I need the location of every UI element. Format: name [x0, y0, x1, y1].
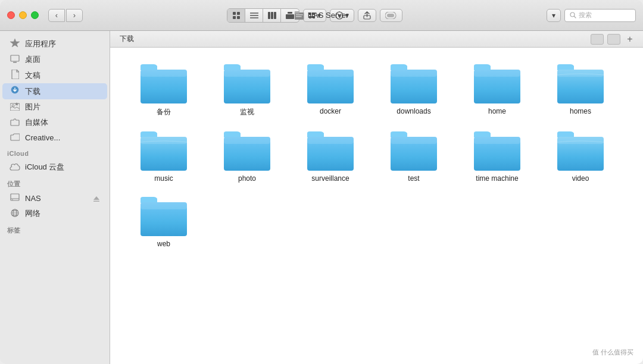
file-item-3[interactable]: docker	[289, 57, 372, 124]
folder-svg	[391, 131, 437, 171]
sidebar-apps-label: 应用程序	[25, 39, 56, 49]
file-name-4: downloads	[397, 107, 430, 115]
view-list-button[interactable]	[245, 9, 263, 22]
svg-rect-7	[268, 12, 270, 19]
sidebar-item-network[interactable]: 网络	[2, 206, 107, 221]
svg-rect-1	[237, 12, 240, 15]
file-name-10: test	[408, 174, 419, 183]
file-item-7[interactable]: music	[122, 124, 205, 190]
desktop-icon	[10, 55, 20, 65]
folder-svg	[224, 131, 270, 171]
file-name-9: surveillance	[311, 174, 349, 183]
folder-svg	[141, 131, 187, 171]
svg-rect-49	[307, 70, 354, 77]
sidebar-desktop-label: 桌面	[25, 54, 40, 65]
sort-asc-button[interactable]	[591, 34, 604, 45]
svg-rect-21	[387, 14, 394, 17]
file-item-10[interactable]: test	[372, 124, 455, 190]
sidebar-item-apps[interactable]: 应用程序	[2, 36, 107, 52]
svg-rect-0	[233, 12, 236, 15]
titlebar: ‹ › ▾ ▾	[0, 0, 643, 31]
locations-section-header: 位置	[0, 175, 110, 191]
svg-rect-63	[391, 137, 437, 144]
file-item-11[interactable]: time machine	[455, 124, 539, 190]
sidebar-item-downloads[interactable]: 下载	[2, 83, 107, 99]
column-header-controls: +	[591, 33, 636, 45]
svg-rect-59	[224, 137, 270, 144]
file-grid: 备份 监视	[110, 48, 643, 364]
back-button[interactable]: ‹	[48, 9, 65, 22]
sort-desc-button[interactable]	[607, 34, 620, 45]
file-name-5: home	[488, 107, 506, 115]
svg-rect-69	[141, 202, 187, 209]
file-item-9[interactable]: surveillance	[289, 124, 372, 190]
docs-icon	[10, 70, 20, 81]
file-name-6: homes	[570, 107, 591, 115]
file-name-12: video	[572, 174, 589, 183]
svg-rect-10	[286, 14, 294, 19]
sidebar-item-icloud-drive[interactable]: iCloud 云盘	[2, 159, 107, 175]
svg-rect-30	[13, 62, 17, 63]
creative-icon	[10, 133, 20, 143]
search-placeholder: 搜索	[579, 11, 592, 20]
sidebar-item-creative[interactable]: Creative...	[2, 130, 107, 145]
folder-svg	[307, 64, 354, 103]
file-item-4[interactable]: downloads	[372, 57, 455, 124]
file-item-8[interactable]: photo	[205, 124, 289, 190]
forward-button[interactable]: ›	[66, 9, 83, 22]
file-item-2[interactable]: 监视	[205, 57, 289, 124]
svg-rect-29	[11, 55, 19, 61]
folder-svg	[557, 131, 604, 171]
file-item-1[interactable]: 备份	[122, 57, 205, 124]
svg-rect-34	[11, 194, 19, 200]
view-columns-button[interactable]	[263, 9, 281, 22]
svg-rect-67	[557, 137, 604, 144]
file-name-7: music	[154, 174, 173, 183]
sidebar-item-desktop[interactable]: 桌面	[2, 52, 107, 67]
maximize-button[interactable]	[31, 11, 39, 19]
svg-rect-57	[141, 137, 187, 144]
close-button[interactable]	[7, 11, 15, 19]
svg-rect-53	[474, 70, 520, 77]
file-item-12[interactable]: video	[539, 124, 622, 190]
folder-svg	[557, 64, 604, 103]
downloads-icon	[10, 86, 20, 97]
file-item-5[interactable]: home	[455, 57, 539, 124]
file-item-13[interactable]: web	[122, 190, 205, 255]
eject-icon	[93, 195, 100, 202]
sidebar-icloud-label: iCloud 云盘	[25, 162, 64, 172]
svg-rect-47	[224, 70, 270, 77]
sidebar-docs-label: 文稿	[25, 70, 40, 81]
sidebar: 应用程序 桌面 文稿 下载 图片	[0, 31, 110, 364]
search-box[interactable]: 搜索	[564, 9, 636, 22]
window-title: NAS Server	[295, 11, 349, 20]
sidebar-item-docs[interactable]: 文稿	[2, 67, 107, 83]
view-grid-button[interactable]	[227, 9, 245, 22]
sidebar-network-label: 网络	[25, 208, 40, 219]
dropdown-button[interactable]: ▾	[547, 9, 561, 22]
file-item-6[interactable]: homes	[539, 57, 622, 124]
sidebar-item-nas[interactable]: NAS	[2, 191, 107, 206]
sidebar-photos-label: 图片	[25, 102, 40, 112]
share-button[interactable]	[358, 9, 376, 22]
sidebar-item-photos[interactable]: 图片	[2, 99, 107, 115]
column-header: 下载 +	[110, 31, 643, 48]
svg-rect-38	[93, 200, 99, 202]
tag-button[interactable]	[380, 9, 402, 22]
folder-svg	[474, 64, 520, 103]
traffic-lights	[7, 11, 39, 19]
file-name-13: web	[157, 240, 170, 248]
sidebar-item-selfmedia[interactable]: 自媒体	[2, 115, 107, 130]
svg-rect-2	[233, 16, 236, 19]
watermark: 值 什么值得买	[592, 348, 633, 357]
folder-svg	[307, 131, 354, 171]
icloud-section-header: iCloud	[0, 145, 110, 159]
file-name-3: docker	[320, 107, 341, 115]
svg-marker-37	[93, 196, 99, 200]
folder-svg	[141, 64, 187, 103]
svg-rect-45	[141, 70, 187, 77]
minimize-button[interactable]	[19, 11, 27, 19]
sidebar-selfmedia-label: 自媒体	[25, 117, 48, 128]
file-name-2: 监视	[240, 107, 254, 117]
add-folder-button[interactable]: +	[624, 33, 636, 45]
